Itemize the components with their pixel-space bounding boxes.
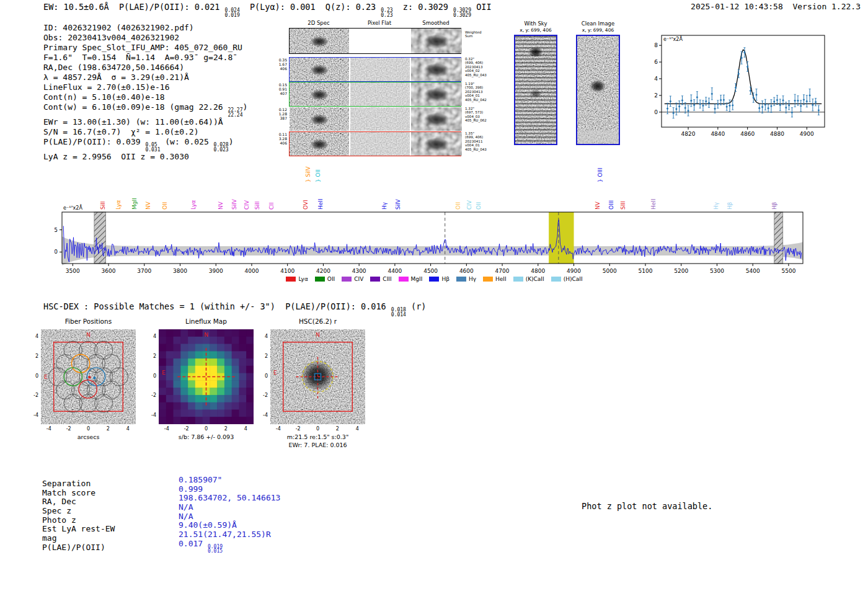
- match-table-value: N/A: [179, 512, 280, 521]
- y-tick-label: 2: [257, 353, 268, 359]
- x-tick-label: 2: [332, 426, 343, 432]
- x-tick-label: 4: [352, 426, 363, 432]
- legend-swatch: [286, 277, 296, 282]
- fiber-positions-panel: NE -4-4-2-2002244: [41, 329, 136, 424]
- y-tick-label: 0: [257, 373, 268, 379]
- x-tick-label: 0: [201, 426, 212, 432]
- legend-item: Hβ: [429, 276, 450, 282]
- svg-text:} OII: } OII: [315, 169, 321, 182]
- match-table-value: 21.51(21.47,21.55)R: [179, 530, 280, 539]
- legend-item: Hγ: [456, 276, 476, 282]
- fiber-positions-image: NE: [41, 329, 136, 424]
- spec2d-cell: [290, 58, 349, 81]
- hsc-match-summary: HSC-DEX : Possible Matches = 1 (within +…: [43, 301, 426, 317]
- fiber-xlabel: arcsecs: [41, 433, 136, 440]
- y-tick-label: 4: [145, 334, 156, 339]
- svg-text:4600: 4600: [459, 268, 474, 274]
- col-header-smoothed: Smoothed: [410, 20, 461, 26]
- svg-text:4900: 4900: [800, 131, 814, 137]
- lineflux-caption: s/b: 7.86 +/- 0.093: [159, 433, 254, 440]
- match-table-value: 0.999: [179, 484, 280, 494]
- with-sky-title: With Sky: [513, 20, 558, 27]
- svg-text:N: N: [86, 332, 91, 338]
- hsc-caption-2: EWr: 7. PLAE: 0.016: [270, 442, 365, 448]
- row-stats: 0.11 3.28 406: [273, 132, 287, 145]
- spec2d-row: [289, 107, 461, 131]
- svg-text:8: 8: [654, 42, 658, 48]
- svg-text:3900: 3900: [209, 268, 223, 274]
- svg-text:0: 0: [55, 249, 58, 255]
- match-table-value: 0.017 0.0190.015: [179, 539, 280, 548]
- col-header-2dspec: 2D Spec: [289, 20, 348, 26]
- spec2d-row: [289, 28, 461, 54]
- match-table-values: 0.185907"0.999198.634702, 50.146613N/AN/…: [179, 475, 280, 548]
- svg-text:Hγ: Hγ: [381, 202, 388, 210]
- legend-item: (K)CaII: [513, 276, 544, 282]
- info-line: ID: 4026321902 (4026321902.pdf): [43, 23, 247, 33]
- info-line: λ = 4857.29Å σ = 3.29(±0.21)Å: [43, 73, 247, 82]
- y-tick-label: -4: [145, 412, 156, 418]
- y-tick-label: 2: [27, 353, 38, 359]
- photz-note: Phot z plot not available.: [582, 501, 712, 511]
- svg-text:CII: CII: [268, 202, 275, 210]
- hetdex-detection-report: EW: 10.5±0.6Å P(LAE)/P(OII): 0.021 0.024…: [0, 0, 868, 591]
- svg-text:4800: 4800: [531, 268, 545, 274]
- svg-text:4300: 4300: [352, 268, 366, 274]
- row-stats: 0.15 0.91 407: [273, 82, 287, 96]
- lineflux-map-panel: NE -4-4-2-2002244: [159, 329, 254, 424]
- legend-swatch: [399, 277, 409, 282]
- pixelflat-cell: [350, 132, 410, 156]
- x-tick-label: 0: [83, 426, 94, 432]
- match-table-value: N/A: [179, 502, 280, 512]
- row-stats: 0.12 1.28 387: [273, 107, 287, 120]
- match-table-labels: SeparationMatch scoreRA, DecSpec zPhoto …: [42, 479, 115, 552]
- y-tick-label: 4: [27, 334, 38, 339]
- hsc-cutout-panel: NE -4-4-2-2002244: [270, 329, 365, 424]
- svg-text:OII: OII: [162, 202, 168, 210]
- pixelflat-cell: [350, 58, 410, 81]
- zoom-spectrum-chart: 0246848204840486048804900e⁻¹⁷x2Å: [642, 28, 829, 143]
- smoothed-cell: [411, 107, 462, 131]
- svg-text:4900: 4900: [567, 268, 581, 274]
- svg-text:4500: 4500: [423, 268, 438, 274]
- x-tick-label: 2: [220, 426, 231, 432]
- legend-swatch: [551, 277, 561, 282]
- row-annotation: 0.32" (699, 406) 20230413 v004_02 405_RU…: [465, 57, 500, 77]
- svg-text:e⁻¹⁷x2Å: e⁻¹⁷x2Å: [663, 35, 683, 42]
- legend-label: (H)CaII: [564, 276, 583, 282]
- svg-text:SiIV: SiIV: [231, 198, 237, 210]
- legend-swatch: [370, 277, 380, 282]
- svg-text:OII: OII: [455, 202, 461, 210]
- legend-swatch: [429, 277, 439, 282]
- svg-text:5200: 5200: [674, 268, 688, 274]
- legend-swatch: [456, 277, 466, 282]
- with-sky-coords: x, y: 699, 406: [513, 27, 558, 33]
- x-tick-label: -2: [181, 426, 192, 432]
- smoothed-cell: [411, 132, 462, 156]
- row-annotation: 1.32" (697, 573) v004_03 405_RU_062: [465, 107, 500, 123]
- svg-text:4200: 4200: [316, 268, 330, 274]
- svg-text:3800: 3800: [173, 268, 187, 274]
- pixelflat-cell: [350, 29, 410, 53]
- svg-text:Lyα: Lyα: [115, 200, 122, 210]
- spec2d-cell: [290, 29, 349, 53]
- row-annotation: 1.19" (700, 398) 20230413 v004_01 405_RU…: [465, 82, 500, 102]
- svg-text:4: 4: [654, 76, 658, 82]
- svg-text:0: 0: [654, 109, 658, 115]
- spec2d-row: [289, 131, 461, 156]
- svg-text:NV: NV: [218, 201, 224, 210]
- match-table-label: RA, Dec: [42, 497, 115, 506]
- svg-text:} OIII: } OIII: [597, 167, 603, 182]
- legend-swatch: [483, 277, 493, 282]
- x-tick-label: -4: [161, 426, 172, 432]
- legend-label: Lyα: [298, 276, 308, 282]
- x-tick-label: 4: [240, 426, 251, 432]
- legend-swatch: [315, 277, 325, 282]
- legend-swatch: [513, 277, 523, 282]
- svg-text:MgII: MgII: [131, 198, 138, 210]
- col-header-pixelflat: Pixel Flat: [350, 20, 409, 26]
- y-tick-label: -2: [145, 393, 156, 398]
- x-tick-label: -4: [273, 426, 284, 432]
- legend-label: CIV: [354, 276, 363, 282]
- svg-text:SiIV: SiIV: [395, 198, 401, 210]
